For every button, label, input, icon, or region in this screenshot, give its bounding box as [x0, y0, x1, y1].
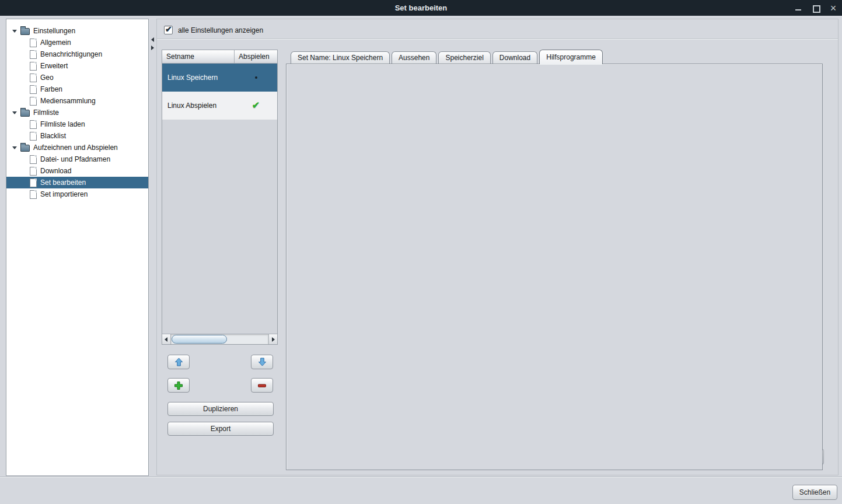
scrollbar-track[interactable]	[171, 334, 268, 344]
tab-aussehen[interactable]: Aussehen	[392, 51, 436, 64]
page-icon	[30, 132, 37, 141]
sidebar-item-aufzeichnen-und-abspielen[interactable]: Aufzeichnen und Abspielen	[6, 142, 148, 153]
sidebar-item-label: Geo	[40, 74, 54, 82]
page-icon	[30, 190, 37, 199]
sidebar-item-benachrichtigungen[interactable]: Benachrichtigungen	[6, 48, 148, 60]
set-remove-button[interactable]	[251, 378, 273, 393]
plus-icon	[174, 381, 183, 390]
sidebar-item-label: Benachrichtigungen	[40, 50, 102, 58]
sidebar-item-set-importieren[interactable]: Set importieren	[6, 188, 148, 200]
sidebar-item-mediensammlung[interactable]: Mediensammlung	[6, 95, 148, 107]
sidebar-item-filmliste[interactable]: Filmliste	[6, 107, 148, 118]
splitter-handle[interactable]	[150, 36, 156, 55]
tab-speicherziel[interactable]: Speicherziel	[438, 51, 490, 64]
scroll-left-icon[interactable]	[162, 334, 171, 344]
sidebar-item-set-bearbeiten[interactable]: Set bearbeiten	[6, 177, 148, 188]
window-controls	[794, 0, 837, 16]
expander-icon[interactable]	[12, 30, 17, 33]
folder-icon	[20, 110, 30, 117]
expander-icon[interactable]	[12, 146, 17, 149]
page-icon	[30, 38, 37, 47]
set-move-down-button[interactable]	[251, 355, 273, 369]
sidebar-item-erweitert[interactable]: Erweitert	[6, 60, 148, 72]
minimize-icon[interactable]	[794, 4, 802, 12]
arrow-up-icon	[174, 358, 183, 366]
page-icon	[30, 155, 37, 164]
set-list-horizontal-scrollbar[interactable]	[162, 334, 277, 344]
titlebar: Set bearbeiten	[0, 0, 842, 16]
column-header-abspielen[interactable]: Abspielen	[235, 50, 277, 63]
page-icon	[30, 50, 37, 59]
sidebar-item-label: Filmliste laden	[40, 120, 85, 128]
scrollbar-thumb[interactable]	[172, 335, 227, 344]
page-icon	[30, 62, 37, 71]
sidebar-item-allgemein[interactable]: Allgemein	[6, 37, 148, 48]
page-icon	[30, 120, 37, 129]
sidebar-item-label: Filmliste	[33, 108, 59, 117]
bottom-divider	[0, 477, 842, 478]
set-list-header: Setname Abspielen	[162, 50, 277, 64]
sidebar-item-farben[interactable]: Farben	[6, 83, 148, 95]
tab-bar: Set Name: Linux Speichern Aussehen Speic…	[286, 50, 823, 64]
sidebar-item-label: Set importieren	[40, 190, 88, 198]
tab-hilfsprogramme[interactable]: Hilfsprogramme	[539, 50, 603, 64]
collapse-left-icon[interactable]	[151, 37, 154, 42]
expand-right-icon[interactable]	[151, 46, 154, 50]
page-icon	[30, 74, 37, 82]
show-all-settings: alle Einstellungen anzeigen	[164, 26, 263, 34]
check-icon	[252, 101, 260, 110]
set-duplicate-button[interactable]: Duplizieren	[167, 402, 274, 416]
checkbox-checked-icon[interactable]	[164, 26, 173, 34]
sidebar-item-datei-und-pfadnamen[interactable]: Datei- und Pfadnamen	[6, 153, 148, 165]
close-icon[interactable]	[829, 4, 837, 12]
sidebar-item-label: Aufzeichnen und Abspielen	[33, 144, 118, 152]
sidebar-item-label: Mediensammlung	[40, 97, 96, 105]
expander-icon[interactable]	[12, 111, 17, 114]
sidebar-item-blacklist[interactable]: Blacklist	[6, 130, 148, 142]
arrow-down-icon	[258, 358, 267, 366]
set-list-panel: Setname Abspielen Linux Speichern Linux …	[162, 50, 278, 345]
page-icon	[30, 85, 37, 94]
set-add-button[interactable]	[167, 378, 190, 393]
page-icon	[30, 167, 37, 176]
top-divider	[157, 38, 838, 40]
set-name: Linux Speichern	[162, 74, 235, 82]
sidebar-item-label: Einstellungen	[33, 27, 75, 35]
tab-set-name[interactable]: Set Name: Linux Speichern	[291, 51, 390, 64]
dot-icon	[255, 76, 257, 79]
sidebar-item-einstellungen[interactable]: Einstellungen	[6, 25, 148, 37]
sidebar-item-download[interactable]: Download	[6, 165, 148, 177]
schliessen-button[interactable]: Schließen	[792, 485, 837, 500]
set-bearbeiten-window: Set bearbeiten Einstellungen Allgemein B…	[0, 0, 842, 504]
tab-content-hilfsprogramme	[286, 64, 823, 470]
sidebar-item-label: Datei- und Pfadnamen	[40, 155, 110, 163]
sidebar-item-label: Allgemein	[40, 38, 71, 47]
sidebar-item-label: Erweitert	[40, 62, 68, 70]
scroll-right-icon[interactable]	[268, 334, 277, 344]
set-move-up-button[interactable]	[167, 355, 190, 369]
set-row-linux-abspielen[interactable]: Linux Abspielen	[162, 92, 277, 120]
maximize-icon[interactable]	[812, 4, 820, 12]
settings-tree: Einstellungen Allgemein Benachrichtigung…	[6, 19, 149, 476]
folder-icon	[20, 145, 30, 152]
sidebar-item-label: Download	[40, 167, 71, 175]
sidebar-item-label: Farben	[40, 85, 62, 93]
window-title: Set bearbeiten	[395, 4, 448, 12]
show-all-settings-label: alle Einstellungen anzeigen	[178, 26, 263, 34]
page-icon	[30, 178, 37, 187]
set-export-button[interactable]: Export	[167, 422, 274, 436]
tab-download[interactable]: Download	[492, 51, 537, 64]
sidebar-item-label: Blacklist	[40, 132, 66, 140]
set-list-empty-area	[162, 120, 277, 334]
sidebar-item-filmliste-laden[interactable]: Filmliste laden	[6, 118, 148, 130]
set-row-linux-speichern[interactable]: Linux Speichern	[162, 64, 277, 92]
folder-icon	[20, 28, 30, 35]
set-name: Linux Abspielen	[162, 102, 235, 110]
page-icon	[30, 97, 37, 106]
sidebar-item-label: Set bearbeiten	[40, 178, 86, 187]
column-header-setname[interactable]: Setname	[162, 50, 235, 63]
minus-icon	[257, 381, 267, 390]
sidebar-item-geo[interactable]: Geo	[6, 72, 148, 83]
